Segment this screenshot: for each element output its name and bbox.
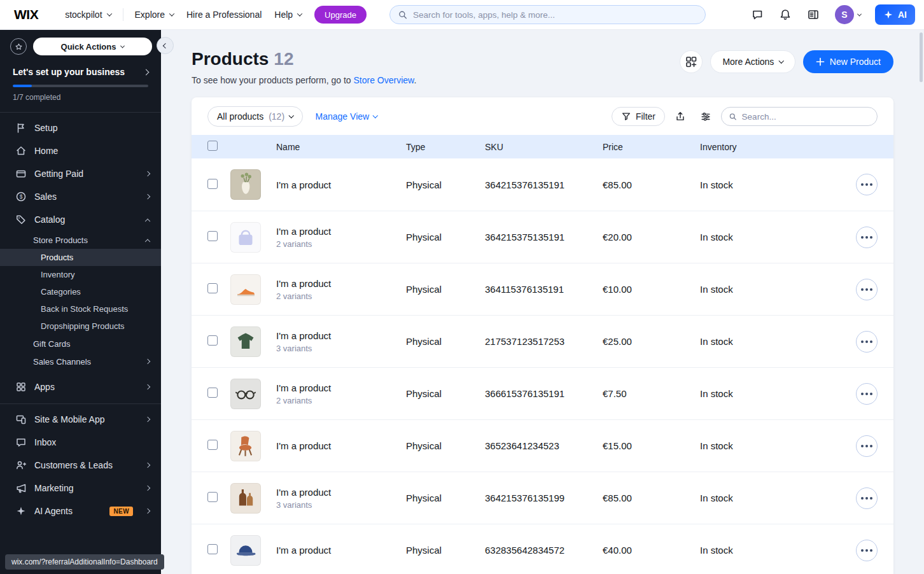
- products-table-card: All products (12) Manage View Filter: [192, 97, 893, 574]
- sidebar-item-catalog[interactable]: Catalog: [0, 208, 161, 231]
- sidebar-item-setup[interactable]: Setup: [0, 116, 161, 139]
- product-name: I'm a product: [276, 278, 406, 289]
- product-filter-label: All products: [217, 111, 263, 122]
- table-row[interactable]: I'm a product 2 variants Physical 364215…: [192, 211, 893, 263]
- product-inventory: In stock: [700, 440, 842, 451]
- column-header-inventory[interactable]: Inventory: [700, 142, 842, 152]
- table-settings-button[interactable]: [696, 106, 716, 127]
- upgrade-button[interactable]: Upgrade: [314, 6, 367, 24]
- row-checkbox[interactable]: [207, 231, 218, 241]
- export-button[interactable]: [670, 106, 690, 127]
- product-price: €20.00: [603, 232, 700, 242]
- row-more-actions-button[interactable]: [856, 435, 878, 457]
- row-checkbox[interactable]: [207, 440, 218, 450]
- page-title-text: Products: [192, 49, 269, 69]
- row-more-actions-button[interactable]: [856, 331, 878, 353]
- sidebar-item-getting-paid[interactable]: Getting Paid: [0, 162, 161, 185]
- filter-button[interactable]: Filter: [612, 107, 665, 126]
- updates-panel-button[interactable]: [802, 3, 825, 26]
- row-checkbox[interactable]: [207, 492, 218, 502]
- sidebar-item-back-in-stock-requests[interactable]: Back in Stock Requests: [0, 300, 161, 318]
- site-and-mobile-icon: [15, 414, 27, 425]
- ai-assistant-button[interactable]: AI: [875, 4, 915, 25]
- global-search-input[interactable]: [413, 10, 697, 20]
- global-search-bar[interactable]: [389, 5, 706, 24]
- sidebar-item-store-products[interactable]: Store Products: [0, 231, 161, 249]
- product-filter-count: (12): [269, 111, 284, 122]
- sidebar-item-sales[interactable]: $ Sales: [0, 185, 161, 208]
- page-title: Products12: [192, 49, 416, 69]
- sidebar-item-label: Sales: [34, 192, 138, 202]
- chevron-right-icon: [145, 417, 150, 422]
- more-actions-button[interactable]: More Actions: [710, 50, 795, 73]
- table-search-input[interactable]: [742, 112, 870, 122]
- row-more-actions-button[interactable]: [856, 383, 878, 405]
- status-bar-url: wix.com/?referralAdditionalInfo=Dashboar…: [5, 554, 164, 570]
- quick-actions-button[interactable]: Quick Actions: [33, 38, 152, 55]
- table-row[interactable]: I'm a product Physical 36523641234523 €1…: [192, 419, 893, 472]
- explore-menu[interactable]: Explore: [130, 6, 179, 24]
- sidebar-item-label: Customers & Leads: [34, 460, 138, 470]
- table-row[interactable]: I'm a product Physical 364215376135191 €…: [192, 158, 893, 211]
- manage-view-button[interactable]: Manage View: [316, 111, 377, 122]
- table-row[interactable]: I'm a product 3 variants Physical 364215…: [192, 472, 893, 524]
- row-checkbox[interactable]: [207, 179, 218, 189]
- column-header-type[interactable]: Type: [406, 142, 485, 152]
- column-header-price[interactable]: Price: [603, 142, 700, 152]
- sidebar-item-site-mobile-app[interactable]: Site & Mobile App: [0, 408, 161, 431]
- sidebar-item-products[interactable]: Products: [0, 249, 161, 266]
- row-more-actions-button[interactable]: [856, 227, 878, 248]
- sidebar-divider: [0, 403, 161, 404]
- column-header-sku[interactable]: SKU: [485, 142, 603, 152]
- product-thumbnail: [230, 274, 261, 305]
- sidebar-item-inventory[interactable]: Inventory: [0, 266, 161, 283]
- wix-logo[interactable]: WIX: [14, 7, 38, 22]
- sidebar-item-apps[interactable]: Apps: [0, 375, 161, 398]
- sidebar-item-ai-agents[interactable]: AI Agents NEW: [0, 500, 161, 522]
- store-overview-link[interactable]: Store Overview: [353, 75, 414, 85]
- table-search-bar[interactable]: [721, 107, 878, 126]
- chevron-up-icon: [145, 239, 150, 244]
- favorites-button[interactable]: [10, 38, 27, 55]
- sidebar-item-inbox[interactable]: Inbox: [0, 431, 161, 454]
- sidebar-item-gift-cards[interactable]: Gift Cards: [0, 335, 161, 353]
- product-thumbnail: [230, 535, 261, 566]
- site-selector-menu[interactable]: stockpilot: [60, 6, 116, 24]
- table-row[interactable]: I'm a product 2 variants Physical 366615…: [192, 367, 893, 419]
- product-type: Physical: [406, 388, 485, 399]
- row-more-actions-button[interactable]: [856, 487, 878, 509]
- sidebar-item-marketing[interactable]: Marketing: [0, 477, 161, 500]
- setup-banner-title: Let's set up your business: [13, 67, 125, 77]
- scrollbar[interactable]: [920, 32, 923, 82]
- help-menu[interactable]: Help: [269, 6, 307, 24]
- sidebar-collapse-button[interactable]: [157, 37, 174, 54]
- chat-button[interactable]: [746, 3, 769, 26]
- product-filter-dropdown[interactable]: All products (12): [207, 106, 303, 127]
- row-more-actions-button[interactable]: [856, 174, 878, 195]
- help-label: Help: [274, 10, 293, 20]
- sidebar-item-sales-channels[interactable]: Sales Channels: [0, 353, 161, 370]
- notifications-button[interactable]: [774, 3, 797, 26]
- row-checkbox[interactable]: [207, 388, 218, 398]
- sidebar-item-home[interactable]: Home: [0, 139, 161, 162]
- account-menu[interactable]: S: [835, 5, 861, 24]
- new-product-button[interactable]: New Product: [803, 50, 893, 73]
- table-row[interactable]: I'm a product 3 variants Physical 217537…: [192, 315, 893, 367]
- row-checkbox[interactable]: [207, 335, 218, 346]
- product-thumbnail: [230, 431, 261, 461]
- layout-options-button[interactable]: [680, 50, 703, 73]
- row-more-actions-button[interactable]: [856, 540, 878, 561]
- setup-progress-banner[interactable]: Let's set up your business 1/7 completed: [0, 56, 161, 102]
- hire-a-professional-link[interactable]: Hire a Professional: [179, 6, 269, 24]
- sidebar-item-customers-leads[interactable]: Customers & Leads: [0, 454, 161, 477]
- select-all-checkbox[interactable]: [207, 141, 218, 151]
- table-row[interactable]: I'm a product 2 variants Physical 364115…: [192, 263, 893, 315]
- sidebar-item-categories[interactable]: Categories: [0, 283, 161, 300]
- row-checkbox[interactable]: [207, 544, 218, 554]
- row-more-actions-button[interactable]: [856, 279, 878, 300]
- column-header-name[interactable]: Name: [276, 142, 406, 152]
- table-row[interactable]: I'm a product Physical 632835642834572 €…: [192, 524, 893, 574]
- row-checkbox[interactable]: [207, 283, 218, 293]
- chevron-down-icon: [297, 11, 302, 16]
- sidebar-item-dropshipping-products[interactable]: Dropshipping Products: [0, 318, 161, 335]
